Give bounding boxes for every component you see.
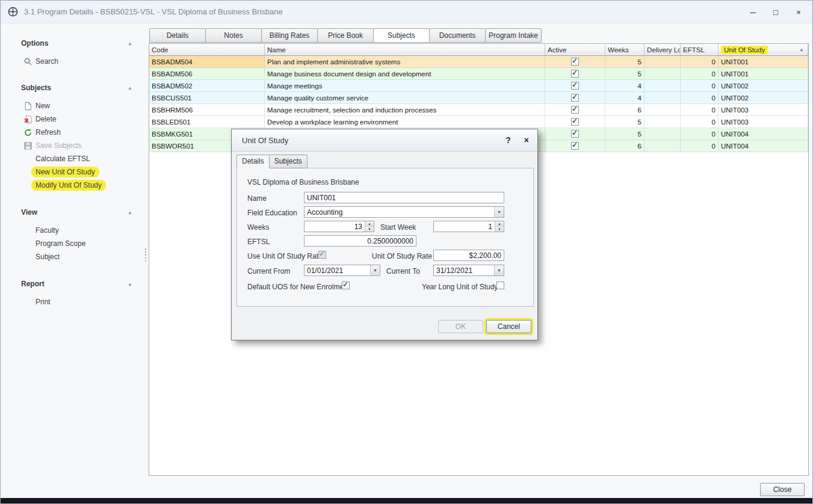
collapse-caret-icon[interactable]: ▲	[128, 281, 132, 287]
tab-documents[interactable]: Documents	[429, 28, 486, 43]
cell-weeks[interactable]: 5	[605, 56, 645, 68]
cell-eftsl[interactable]: 0	[681, 68, 719, 80]
cell-eftsl[interactable]: 0	[681, 116, 719, 128]
spin-up-icon[interactable]: ▲	[365, 221, 374, 227]
cell-unit-of-study[interactable]: UNIT004	[719, 128, 808, 140]
cell-active[interactable]	[545, 80, 605, 92]
cell-name[interactable]: Manage business document design and deve…	[265, 68, 545, 80]
spin-down-icon[interactable]: ▼	[495, 227, 504, 232]
column-header-delivery-loc[interactable]: Delivery Loc	[645, 44, 681, 55]
cell-name[interactable]: Develop a workplace learning environment	[265, 116, 545, 128]
cell-eftsl[interactable]: 0	[681, 92, 719, 104]
cell-weeks[interactable]: 6	[605, 104, 645, 116]
cell-weeks[interactable]: 5	[605, 68, 645, 80]
spin-up-icon[interactable]: ▲	[495, 221, 504, 227]
cell-active[interactable]	[545, 104, 605, 116]
current-from-datepicker[interactable]: 01/01/2021 ▼	[304, 265, 380, 276]
sidebar-item-program-scope[interactable]: Program Scope	[7, 237, 143, 250]
table-row[interactable]: BSBADM502 Manage meetings 4 0 UNIT002	[149, 80, 808, 92]
table-row[interactable]: BSBADM504 Plan and implement administrat…	[149, 56, 808, 68]
sidebar-section-subjects[interactable]: Subjects ▲	[7, 81, 143, 94]
cell-weeks[interactable]: 4	[605, 92, 645, 104]
cell-unit-of-study[interactable]: UNIT002	[719, 92, 808, 104]
sidebar-item-new[interactable]: New	[7, 99, 143, 112]
sidebar-item-modify-unit-of-study[interactable]: Modify Unit Of Study	[7, 179, 143, 192]
tab-details[interactable]: Details	[149, 28, 206, 43]
maximize-button[interactable]: □	[764, 3, 787, 21]
collapse-caret-icon[interactable]: ▲	[128, 210, 132, 215]
cancel-button[interactable]: Cancel	[486, 320, 531, 333]
cell-unit-of-study[interactable]: UNIT003	[719, 116, 808, 128]
active-checkbox[interactable]	[571, 106, 579, 114]
column-header-unit-of-study[interactable]: Unit Of Study ▲	[719, 44, 808, 55]
column-header-eftsl[interactable]: EFTSL	[681, 44, 719, 55]
active-checkbox[interactable]	[571, 82, 579, 90]
cell-delivery-loc[interactable]	[645, 104, 681, 116]
cell-active[interactable]	[545, 128, 605, 140]
cell-active[interactable]	[545, 92, 605, 104]
cell-code[interactable]: BSBHRM506	[149, 104, 265, 116]
default-uos-checkbox[interactable]	[342, 281, 350, 289]
tab-price-book[interactable]: Price Book	[317, 28, 374, 43]
spin-down-icon[interactable]: ▼	[365, 227, 374, 232]
cell-name[interactable]: Plan and implement administrative system…	[265, 56, 545, 68]
cell-delivery-loc[interactable]	[645, 116, 681, 128]
cell-weeks[interactable]: 5	[605, 116, 645, 128]
sidebar-item-new-unit-of-study[interactable]: New Unit Of Study	[7, 165, 143, 179]
cell-name[interactable]: Manage recruitment, selection and induct…	[265, 104, 545, 116]
chevron-down-icon[interactable]: ▼	[494, 207, 504, 217]
tab-billing-rates[interactable]: Billing Rates	[261, 28, 318, 43]
rate-input[interactable]: $2,200.00	[433, 250, 504, 261]
cell-delivery-loc[interactable]	[645, 92, 681, 104]
column-header-code[interactable]: Code	[149, 44, 265, 55]
sidebar-item-search[interactable]: Search	[7, 55, 143, 68]
cell-code[interactable]: BSBLED501	[149, 116, 265, 128]
cell-active[interactable]	[545, 56, 605, 68]
close-window-button[interactable]: ×	[787, 3, 810, 21]
close-button[interactable]: Close	[760, 483, 805, 496]
weeks-spinner[interactable]: 13 ▲ ▼	[304, 221, 374, 232]
sidebar-item-faculty[interactable]: Faculty	[7, 224, 143, 237]
sidebar-item-calculate-eftsl[interactable]: Calculate EFTSL	[7, 152, 143, 165]
sidebar-item-refresh[interactable]: Refresh	[7, 126, 143, 139]
active-checkbox[interactable]	[571, 130, 579, 138]
sidebar-section-view[interactable]: View ▲	[7, 206, 143, 219]
cell-unit-of-study[interactable]: UNIT003	[719, 104, 808, 116]
dialog-tab-subjects[interactable]: Subjects	[269, 155, 308, 168]
cell-weeks[interactable]: 6	[605, 140, 645, 152]
current-to-datepicker[interactable]: 31/12/2021 ▼	[433, 265, 504, 276]
column-header-weeks[interactable]: Weeks	[605, 44, 645, 55]
cell-delivery-loc[interactable]	[645, 140, 681, 152]
tab-program-intake[interactable]: Program Intake	[485, 28, 542, 43]
dialog-tab-details[interactable]: Details	[236, 155, 270, 168]
active-checkbox[interactable]	[571, 58, 579, 66]
active-checkbox[interactable]	[571, 118, 579, 126]
cell-active[interactable]	[545, 68, 605, 80]
cell-unit-of-study[interactable]: UNIT004	[719, 140, 808, 152]
cell-unit-of-study[interactable]: UNIT001	[719, 56, 808, 68]
chevron-down-icon[interactable]: ▼	[370, 265, 380, 275]
table-row[interactable]: BSBLED501 Develop a workplace learning e…	[149, 116, 808, 128]
cell-weeks[interactable]: 4	[605, 80, 645, 92]
dialog-close-button[interactable]: ×	[524, 135, 529, 145]
cell-unit-of-study[interactable]: UNIT002	[719, 80, 808, 92]
year-long-checkbox[interactable]	[496, 281, 504, 289]
name-input[interactable]: UNIT001	[304, 192, 504, 203]
column-header-name[interactable]: Name	[265, 44, 545, 55]
cell-eftsl[interactable]: 0	[681, 56, 719, 68]
column-header-active[interactable]: Active	[545, 44, 605, 55]
cell-code[interactable]: BSBADM506	[149, 68, 265, 80]
dialog-help-button[interactable]: ?	[505, 135, 511, 145]
cell-code[interactable]: BSBCUS501	[149, 92, 265, 104]
cell-weeks[interactable]: 5	[605, 128, 645, 140]
active-checkbox[interactable]	[571, 70, 579, 78]
minimize-button[interactable]: ─	[741, 3, 764, 21]
active-checkbox[interactable]	[571, 142, 579, 150]
cell-code[interactable]: BSBADM502	[149, 80, 265, 92]
tab-notes[interactable]: Notes	[205, 28, 262, 43]
sidebar-splitter[interactable]	[143, 27, 148, 477]
cell-active[interactable]	[545, 116, 605, 128]
table-row[interactable]: BSBHRM506 Manage recruitment, selection …	[149, 104, 808, 116]
cell-delivery-loc[interactable]	[645, 56, 681, 68]
collapse-caret-icon[interactable]: ▲	[128, 41, 132, 46]
